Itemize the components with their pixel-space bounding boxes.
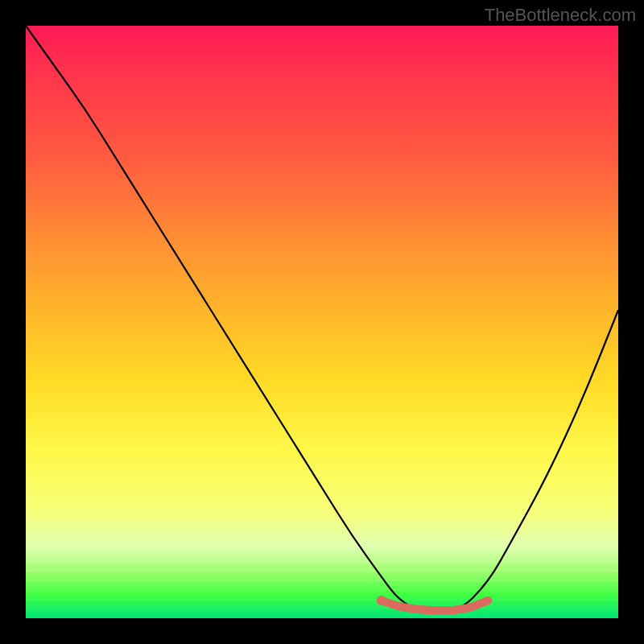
svg-point-0 [377,596,386,605]
optimal-range-marker [26,26,618,618]
watermark-text: TheBottleneck.com [485,5,636,26]
chart-plot-area [26,26,618,618]
